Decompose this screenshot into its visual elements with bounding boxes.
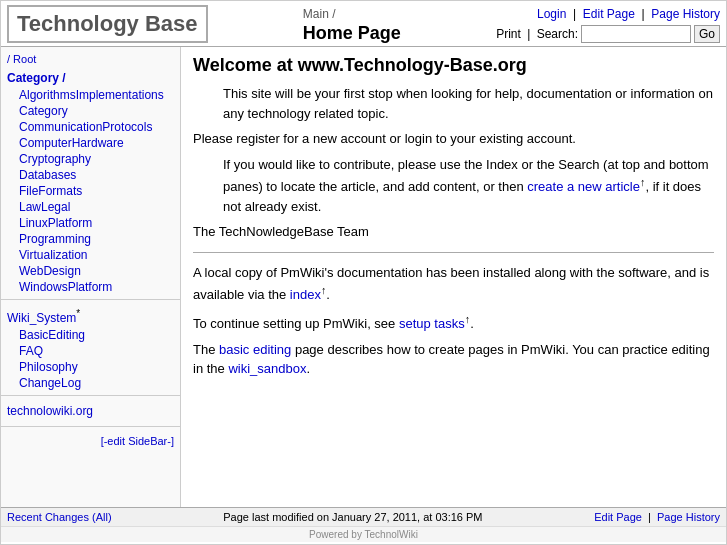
wiki-sandbox-link[interactable]: wiki_sandbox: [228, 361, 306, 376]
sidebar-divider3: [1, 426, 180, 427]
wiki-system-header: Wiki_System*: [1, 304, 180, 327]
sidebar-cryptography-link[interactable]: Cryptography: [19, 152, 91, 166]
header-page-history-link[interactable]: Page History: [651, 7, 720, 21]
para6-pre: To continue setting up PmWiki, see: [193, 316, 399, 331]
create-article-link[interactable]: create a new article: [527, 179, 640, 194]
footer-right-links: Edit Page | Page History: [594, 511, 720, 523]
list-item: Category: [1, 103, 180, 119]
para6: To continue setting up PmWiki, see setup…: [193, 311, 714, 334]
recent-changes-link-container: Recent Changes (All): [7, 511, 112, 523]
technolo-link: technolowiki.org: [1, 400, 180, 422]
print-search-row: Print | Search: Go: [496, 25, 720, 43]
sidebar-philosophy-link[interactable]: Philosophy: [19, 360, 78, 374]
list-item: Cryptography: [1, 151, 180, 167]
list-item: FileFormats: [1, 183, 180, 199]
list-item: Philosophy: [1, 359, 180, 375]
para7-end: .: [306, 361, 310, 376]
para3: If you would like to contribute, please …: [223, 155, 714, 217]
sidebar-algorithms-link[interactable]: AlgorithmsImplementations: [19, 88, 164, 102]
sidebar-fileformats-link[interactable]: FileFormats: [19, 184, 82, 198]
list-item: WebDesign: [1, 263, 180, 279]
login-link[interactable]: Login: [537, 7, 566, 21]
basic-editing-link[interactable]: basic editing: [219, 342, 291, 357]
main-heading: Welcome at www.Technology-Base.org: [193, 55, 714, 76]
list-item: CommunicationProtocols: [1, 119, 180, 135]
para5-post: .: [326, 288, 330, 303]
sidebar-linux-link[interactable]: LinuxPlatform: [19, 216, 92, 230]
root-link: / Root: [1, 51, 180, 67]
list-item: LinuxPlatform: [1, 215, 180, 231]
sidebar-programming-link[interactable]: Programming: [19, 232, 91, 246]
sidebar-webdesign-link[interactable]: WebDesign: [19, 264, 81, 278]
list-item: LawLegal: [1, 199, 180, 215]
header-edit-page-link[interactable]: Edit Page: [583, 7, 635, 21]
list-item: ChangeLog: [1, 375, 180, 391]
root-anchor[interactable]: / Root: [7, 53, 36, 65]
sidebar-communication-link[interactable]: CommunicationProtocols: [19, 120, 152, 134]
sidebar-computerhardware-link[interactable]: ComputerHardware: [19, 136, 124, 150]
list-item: ComputerHardware: [1, 135, 180, 151]
sidebar-changelog-link[interactable]: ChangeLog: [19, 376, 81, 390]
para7: The basic editing page describes how to …: [193, 340, 714, 379]
para5: A local copy of PmWiki's documentation h…: [193, 263, 714, 305]
list-item: Databases: [1, 167, 180, 183]
sidebar-lawlegal-link[interactable]: LawLegal: [19, 200, 70, 214]
search-go-button[interactable]: Go: [694, 25, 720, 43]
setup-tasks-link[interactable]: setup tasks: [399, 316, 465, 331]
sidebar-basicediting-link[interactable]: BasicEditing: [19, 328, 85, 342]
para4: The TechNowledgeBase Team: [193, 222, 714, 242]
edit-sidebar: [-edit SideBar-]: [1, 431, 180, 451]
technolowiki-link[interactable]: technolowiki.org: [7, 404, 93, 418]
index-link[interactable]: index: [290, 288, 321, 303]
recent-changes-link[interactable]: Recent Changes (All): [7, 511, 112, 523]
sidebar-divider: [1, 299, 180, 300]
footer: Recent Changes (All) Page last modified …: [1, 507, 726, 526]
footer-modified: Page last modified on January 27, 2011, …: [112, 511, 595, 523]
edit-sidebar-link[interactable]: [-edit SideBar-]: [101, 435, 174, 447]
sidebar-category-link[interactable]: Category: [19, 104, 68, 118]
search-label: Search:: [537, 27, 578, 41]
category-link[interactable]: Category /: [7, 71, 66, 85]
powered-by: Powered by TechnolWiki: [1, 526, 726, 542]
list-item: BasicEditing: [1, 327, 180, 343]
list-item: Programming: [1, 231, 180, 247]
sidebar-windows-link[interactable]: WindowsPlatform: [19, 280, 112, 294]
category-header: Category /: [1, 67, 180, 87]
print-label: Print: [496, 27, 521, 41]
wiki-system-link[interactable]: Wiki_System: [7, 311, 76, 325]
sidebar-divider2: [1, 395, 180, 396]
list-item: Virtualization: [1, 247, 180, 263]
sidebar-virtualization-link[interactable]: Virtualization: [19, 248, 87, 262]
list-item: WindowsPlatform: [1, 279, 180, 295]
breadcrumb: Main /: [303, 7, 401, 21]
sidebar-faq-link[interactable]: FAQ: [19, 344, 43, 358]
sidebar-databases-link[interactable]: Databases: [19, 168, 76, 182]
footer-edit-page-link[interactable]: Edit Page: [594, 511, 642, 523]
page-heading: Home Page: [303, 23, 401, 44]
list-item: FAQ: [1, 343, 180, 359]
para5-pre: A local copy of PmWiki's documentation h…: [193, 265, 709, 303]
para1: This site will be your first stop when l…: [223, 84, 714, 123]
para7-pre: The: [193, 342, 219, 357]
list-item: AlgorithmsImplementations: [1, 87, 180, 103]
para6-post: .: [470, 316, 474, 331]
wiki-system-sup: *: [76, 308, 80, 319]
search-input[interactable]: [581, 25, 691, 43]
horizontal-rule: [193, 252, 714, 253]
footer-page-history-link[interactable]: Page History: [657, 511, 720, 523]
top-links: Login | Edit Page | Page History: [496, 7, 720, 21]
site-title: Technology Base: [7, 5, 208, 43]
para2: Please register for a new account or log…: [193, 129, 714, 149]
